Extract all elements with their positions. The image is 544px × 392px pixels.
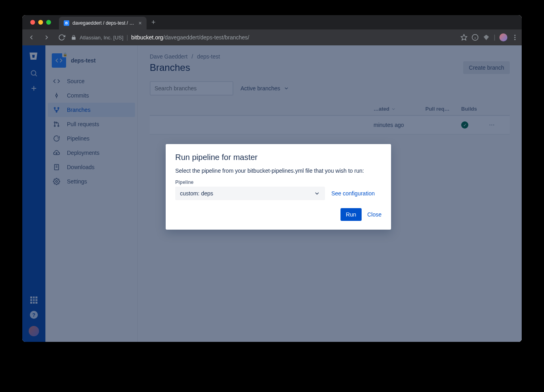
url-path: /davegaeddert/deps-test/branches/ <box>163 34 249 41</box>
browser-tab[interactable]: B davegaeddert / deps-test / Bra… × <box>59 17 147 29</box>
svg-point-5 <box>515 37 516 38</box>
run-pipeline-modal: Run pipeline for master Select the pipel… <box>166 144 391 230</box>
close-button[interactable]: Close <box>367 211 382 218</box>
menu-icon[interactable] <box>511 34 519 41</box>
pipeline-select[interactable]: custom: deps <box>175 187 325 200</box>
info-icon[interactable] <box>472 34 479 41</box>
reload-button[interactable] <box>56 31 68 43</box>
bitbucket-favicon: B <box>64 20 69 26</box>
tab-title: davegaeddert / deps-test / Bra… <box>72 20 135 26</box>
cert-label: Atlassian, Inc. [US] <box>80 35 123 41</box>
run-button[interactable]: Run <box>340 208 362 221</box>
maximize-window[interactable] <box>46 20 51 25</box>
profile-avatar[interactable] <box>499 33 507 41</box>
chevron-down-icon <box>314 190 320 197</box>
star-icon[interactable] <box>460 34 468 41</box>
url-host: bitbucket.org <box>131 34 163 41</box>
window-controls <box>25 20 56 25</box>
minimize-window[interactable] <box>38 20 43 25</box>
new-tab-button[interactable]: + <box>147 18 160 27</box>
lock-icon <box>71 35 76 40</box>
extension-icon[interactable] <box>483 34 490 41</box>
close-tab-icon[interactable]: × <box>139 20 142 26</box>
pipeline-field-label: Pipeline <box>175 179 382 185</box>
forward-button[interactable] <box>41 31 53 43</box>
address-bar[interactable]: Atlassian, Inc. [US] | bitbucket.org/dav… <box>71 34 457 41</box>
browser-chrome: B davegaeddert / deps-test / Bra… × + At… <box>22 15 522 45</box>
modal-title: Run pipeline for master <box>175 153 382 162</box>
svg-point-4 <box>515 35 516 36</box>
modal-description: Select the pipeline from your bitbucket-… <box>175 168 382 174</box>
svg-marker-0 <box>461 35 467 40</box>
see-configuration-link[interactable]: See configuration <box>331 190 375 197</box>
svg-point-6 <box>515 39 516 40</box>
back-button[interactable] <box>25 31 37 43</box>
pipeline-selected-value: custom: deps <box>180 190 213 197</box>
close-window[interactable] <box>30 20 35 25</box>
